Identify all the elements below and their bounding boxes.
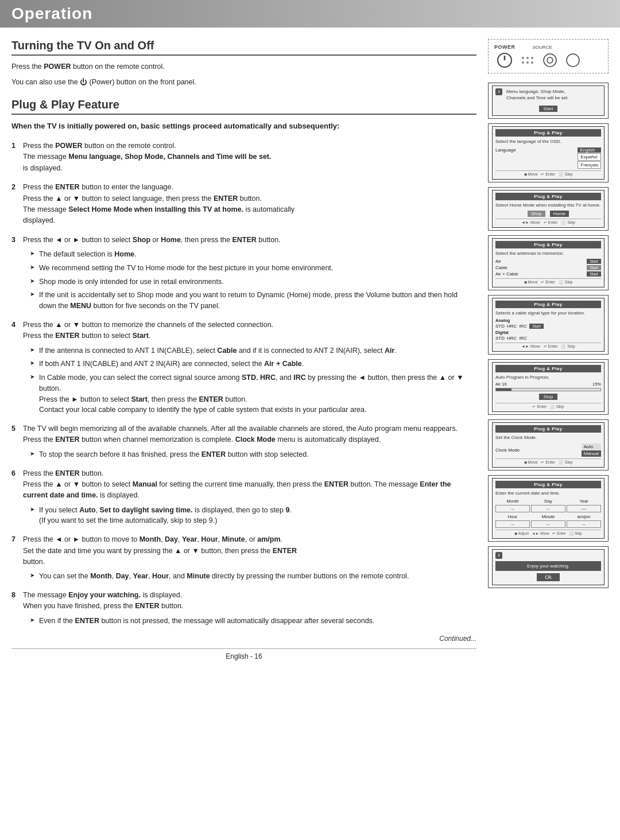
svg-point-4 — [531, 57, 533, 59]
screen-antenna: Plug & Play Select the antennas to memor… — [488, 235, 609, 290]
irc1-label: IRC — [519, 324, 527, 329]
continued-text: Continued... — [11, 635, 476, 643]
step-3: 3 Press the ◄ or ► button to select Shop… — [11, 235, 476, 312]
year-label: Year — [567, 499, 601, 504]
plug-play-bar-5: Plug & Play — [495, 301, 601, 308]
screen-cable-signal: Plug & Play Selects a cable signal type … — [488, 295, 609, 355]
sub-item: The default selection is Home. — [30, 249, 476, 260]
section1-para2: You can also use the ⏻ (Power) button on… — [11, 77, 476, 88]
year-value: ---- — [567, 505, 601, 512]
screen8-body: Enter the current date and time. — [495, 490, 601, 496]
hour-label: Hour — [495, 514, 530, 519]
screen3-body: Select Home Mode when installing this TV… — [495, 202, 601, 208]
step-6: 6 Press the ENTER button. Press the ▲ or… — [11, 468, 476, 527]
start-button-1[interactable]: Start — [539, 106, 558, 112]
page-number: English - 16 — [226, 652, 262, 660]
info-icon-2: i — [495, 552, 502, 559]
step-8-subs: Even if the ENTER button is not pressed,… — [23, 616, 476, 627]
analog-start-btn[interactable]: Start — [529, 324, 544, 329]
screen-enjoy: i Enjoy your watching. Ok — [488, 546, 609, 588]
step-1: 1 Press the POWER button on the remote c… — [11, 141, 476, 174]
svg-point-3 — [526, 57, 529, 59]
screen8-nav: ◆ Adjust ◄► Move ↵ Enter ⬜ Skip — [495, 530, 601, 536]
section1-para1: Press the POWER button on the remote con… — [11, 61, 476, 72]
sub-item: We recommend setting the TV to Home mode… — [30, 263, 476, 274]
section2-intro: When the TV is initially powered on, bas… — [11, 120, 476, 132]
oval-button-icon — [565, 53, 580, 68]
sub-item: Even if the ENTER button is not pressed,… — [30, 616, 476, 627]
irc2-label: IRC — [519, 336, 527, 341]
screen7-nav: ◆ Move ↵ Enter ⬜ Skip — [495, 458, 601, 465]
screen6-nav: ↵ Enter ⬜ Skip — [495, 403, 601, 409]
auto-mode-btn[interactable]: Auto — [582, 444, 601, 450]
lang-francais[interactable]: Français — [578, 161, 601, 169]
std1-label: STD — [495, 324, 505, 329]
screen-language: Plug & Play Select the language of the O… — [488, 123, 609, 182]
step-4-subs: If the antenna is connected to ANT 1 IN(… — [23, 345, 476, 416]
step-4: 4 Press the ▲ or ▼ button to memorize th… — [11, 320, 476, 415]
date-grid-values: -- -- ---- — [495, 505, 601, 512]
plug-play-bar-3: Plug & Play — [495, 193, 601, 200]
sub-item: To stop the search before it has finishe… — [30, 449, 476, 460]
screen2-body: Select the language of the OSD. — [495, 138, 601, 145]
step-7-subs: You can set the Month, Day, Year, Hour, … — [23, 571, 476, 582]
screen-info-1: i Menu language, Shop Mode,Channels and … — [488, 83, 609, 119]
screen4-body: Select the antennas to memorize. — [495, 250, 601, 256]
analog-label: Analog — [495, 318, 601, 323]
screen-datetime: Plug & Play Enter the current date and t… — [488, 475, 609, 542]
lang-english[interactable]: English — [578, 147, 601, 153]
progress-bar — [495, 388, 601, 391]
month-value: -- — [495, 505, 530, 512]
lang-espanol[interactable]: Español — [578, 153, 601, 161]
shop-button[interactable]: Shop — [528, 211, 545, 217]
language-label: Language — [495, 147, 516, 153]
progress-bar-fill — [496, 388, 512, 391]
screen-clock-mode: Plug & Play Set the Clock Mode. Clock Mo… — [488, 419, 609, 470]
ok-button[interactable]: Ok — [537, 573, 560, 581]
plug-play-bar-2: Plug & Play — [495, 129, 601, 137]
sub-item: If both ANT 1 IN(CABLE) and ANT 2 IN(AIR… — [30, 359, 476, 370]
screen1-text: Menu language, Shop Mode,Channels and Ti… — [506, 88, 569, 101]
button-icon — [542, 53, 557, 68]
cable-start-btn[interactable]: Start — [587, 265, 601, 270]
source-label: SOURCE — [533, 45, 552, 50]
step-5-subs: To stop the search before it has finishe… — [23, 449, 476, 460]
cable-label: Cable — [495, 265, 507, 270]
air-start-btn[interactable]: Start — [587, 259, 601, 264]
main-content: Turning the TV On and Off Press the POWE… — [0, 39, 620, 675]
screen-shop-home: Plug & Play Select Home Mode when instal… — [488, 187, 609, 231]
section2-title: Plug & Play Feature — [11, 98, 476, 115]
time-grid-labels: Hour Minute am/pm — [495, 514, 601, 519]
minute-label: Minute — [531, 514, 565, 519]
step-3-subs: The default selection is Home. We recomm… — [23, 249, 476, 312]
manual-mode-btn[interactable]: Manual — [582, 450, 601, 457]
minute-value: -- — [531, 520, 565, 528]
svg-point-9 — [547, 57, 553, 63]
page-footer: English - 16 — [11, 648, 476, 664]
air-cable-start-btn[interactable]: Start — [587, 271, 601, 277]
dots-icon — [521, 56, 534, 65]
sub-item: In Cable mode, you can select the correc… — [30, 372, 476, 415]
svg-point-6 — [526, 61, 529, 64]
stop-button[interactable]: Stop — [539, 394, 557, 400]
ampm-label: am/pm — [567, 514, 601, 519]
screen3-nav: ◄► Move ↵ Enter ⬜ Skip — [495, 219, 601, 225]
plug-play-bar-6: Plug & Play — [495, 365, 601, 372]
remote-illustration: POWER SOURCE — [488, 39, 609, 73]
screen2-nav: ◆ Move ↵ Enter ⬜ Skip — [495, 170, 601, 177]
date-grid-labels: Month Day Year — [495, 499, 601, 504]
screen6-body: Auto Program in Progress. — [495, 374, 601, 380]
step-6-subs: If you select Auto, Set to daylight savi… — [23, 505, 476, 527]
svg-rect-10 — [567, 54, 579, 67]
home-button[interactable]: Home — [550, 211, 569, 217]
hrc2-label: HRC — [507, 336, 517, 341]
hrc1-label: HRC — [507, 324, 517, 329]
section1-title: Turning the TV On and Off — [11, 39, 476, 56]
screen-progress: Plug & Play Auto Program in Progress. Ai… — [488, 359, 609, 415]
step-2: 2 Press the ENTER button to enter the la… — [11, 182, 476, 227]
step-8: 8 The message Enjoy your watching. is di… — [11, 590, 476, 627]
day-value: -- — [531, 505, 565, 512]
air-label: Air — [495, 259, 501, 264]
step-7: 7 Press the ◄ or ► button to move to Mon… — [11, 534, 476, 582]
sub-item: You can set the Month, Day, Year, Hour, … — [30, 571, 476, 582]
